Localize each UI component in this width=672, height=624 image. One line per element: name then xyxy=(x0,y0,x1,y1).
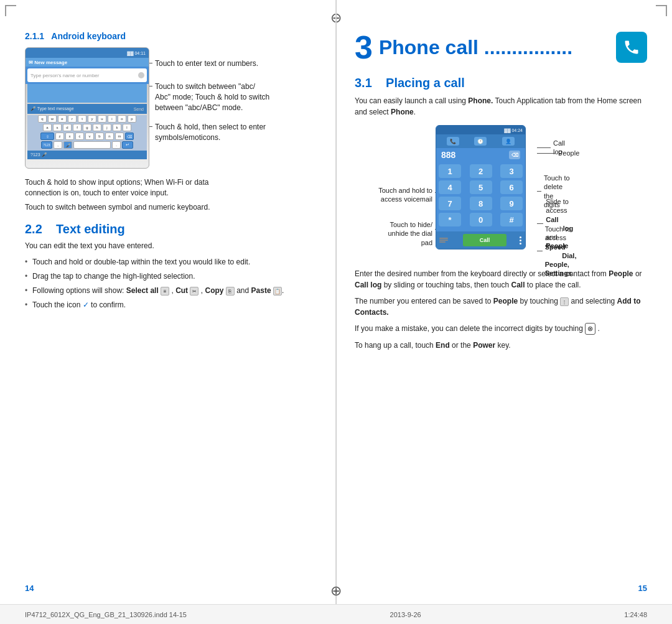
kbd-key-b[interactable]: b xyxy=(95,133,104,140)
label-hide-dial: Touch to hide/unhide the dialpad xyxy=(388,220,432,247)
kbd-key-w[interactable]: w xyxy=(48,115,57,123)
dialer-keyboard-icon xyxy=(439,237,451,243)
section-22-bullets: Touch and hold or double-tap within the … xyxy=(25,256,317,310)
kbd-key-mic[interactable]: 🎤 xyxy=(63,141,72,149)
crosshair-bottom-icon: ⊕ xyxy=(330,583,342,599)
chapter-header: 3 Phone call ................ xyxy=(355,31,647,63)
kbd-key-o[interactable]: o xyxy=(118,115,126,123)
section-211-number: 2.1.1 xyxy=(25,31,44,41)
dialer-tab-phone[interactable]: 📞 xyxy=(447,137,459,146)
section-31-intro: You can easily launch a call using Phone… xyxy=(355,95,647,118)
body-text-1: Enter the desired number from the keyboa… xyxy=(355,268,647,291)
kbd-key-p[interactable]: p xyxy=(128,115,136,123)
kbd-key-m[interactable]: m xyxy=(115,133,124,140)
body-text-2: The number you entered can be saved to P… xyxy=(355,296,647,318)
dialer-mockup: ▓▓ 04:24 📞 🕐 👤 888 ⌫ xyxy=(436,125,526,249)
kbd-key-y[interactable]: y xyxy=(88,115,96,123)
kbd-key-t[interactable]: t xyxy=(78,115,86,123)
dialer-number: 888 xyxy=(441,150,455,160)
kbd-key-c[interactable]: c xyxy=(75,133,84,140)
footer-filename: IP4712_6012X_QG_Eng_GB_21_130926.indd 14… xyxy=(25,611,187,618)
callout-symbols-label: Touch & hold, then select to entersymbol… xyxy=(155,122,266,143)
section-22-intro: You can edit the text you have entered. xyxy=(25,241,317,250)
kbd-key-j[interactable]: j xyxy=(103,124,111,131)
section-22-heading: 2.2 Text editing xyxy=(25,222,317,236)
dialer-key-5[interactable]: 5 xyxy=(470,180,492,194)
kbd-key-period[interactable]: . xyxy=(112,141,121,149)
page-number-right: 15 xyxy=(638,584,647,593)
kbd-key-enter[interactable]: ↵ xyxy=(122,141,133,149)
kbd-key-i[interactable]: i xyxy=(108,115,116,123)
dialer-tab-clock[interactable]: 🕐 xyxy=(474,137,487,146)
kbd-key-space[interactable] xyxy=(73,141,111,149)
kbd-key-a[interactable]: a xyxy=(43,124,52,131)
kbd-key-r[interactable]: r xyxy=(68,115,77,123)
dialer-number-display: 888 ⌫ xyxy=(436,148,525,162)
bullet-3: Following options will show: Select all … xyxy=(25,285,317,296)
delete-digits-icon: ⊗ xyxy=(585,323,595,335)
section-31-title: Placing a call xyxy=(386,76,465,90)
kbd-key-g[interactable]: g xyxy=(83,124,91,131)
keyboard-callouts: Touch to enter text or numbers. Touch to… xyxy=(149,47,317,174)
dialer-key-0[interactable]: 0 xyxy=(470,213,492,226)
section-22: 2.2 Text editing You can edit the text y… xyxy=(25,222,317,310)
kbd-status-bar: ▓▓ 04:11 xyxy=(26,48,149,58)
dialer-key-hash[interactable]: # xyxy=(500,213,523,226)
kbd-key-k[interactable]: k xyxy=(113,124,121,131)
kbd-key-f[interactable]: f xyxy=(73,124,82,131)
switch-note: Touch to switch between symbol and numer… xyxy=(25,202,317,213)
dialer-key-1[interactable]: 1 xyxy=(439,164,461,178)
kbd-key-u[interactable]: u xyxy=(98,115,106,123)
kbd-key-v[interactable]: v xyxy=(85,133,94,140)
chapter-icon xyxy=(616,32,647,63)
kbd-key-e[interactable]: e xyxy=(58,115,67,123)
kbd-key-shift[interactable]: ⇧ xyxy=(40,133,54,140)
dialer-key-star[interactable]: * xyxy=(439,213,461,226)
dialer-key-4[interactable]: 4 xyxy=(439,180,461,194)
section-31-heading: 3.1 Placing a call xyxy=(355,76,647,90)
callout-switch-abc-label: Touch to switch between "abc/Abc" mode; … xyxy=(155,81,269,113)
kbd-key-l[interactable]: l xyxy=(123,124,131,131)
dialer-key-8[interactable]: 8 xyxy=(470,197,492,210)
dialer-key-3[interactable]: 3 xyxy=(500,164,523,178)
dialer-row-2: 4 5 6 xyxy=(439,180,523,194)
dialer-more-icon[interactable] xyxy=(518,235,523,246)
dialer-tabs: 📞 🕐 👤 xyxy=(436,134,525,148)
more-icon: ⋮ xyxy=(560,297,569,306)
page-num-14: 14 xyxy=(25,584,34,593)
label-speed-dial: Touch to access Speed Dial, People, Sett… xyxy=(537,225,584,278)
chapter-title: Phone call ................ xyxy=(379,36,616,59)
dialer-tab-people[interactable]: 👤 xyxy=(502,137,515,146)
voice-note: Touch & hold to show input options; When… xyxy=(25,177,317,198)
dialer-key-2[interactable]: 2 xyxy=(470,164,492,178)
dialer-key-6[interactable]: 6 xyxy=(500,180,523,194)
section-22-number: 2.2 xyxy=(25,222,42,236)
dialer-call-button[interactable]: Call xyxy=(463,234,506,246)
checkmark-icon: ✓ xyxy=(83,299,89,310)
section-22-title: Text editing xyxy=(56,222,125,236)
dialer-device: ▓▓ 04:24 📞 🕐 👤 888 ⌫ xyxy=(436,125,526,249)
section-211-title: Android keyboard xyxy=(51,31,126,41)
kbd-key-x[interactable]: x xyxy=(65,133,74,140)
kbd-key-n[interactable]: n xyxy=(105,133,114,140)
kbd-key-s[interactable]: s xyxy=(53,124,62,131)
callout-enter-text: Touch to enter text or numbers. xyxy=(149,58,258,69)
kbd-key-backspace[interactable]: ⌫ xyxy=(125,133,134,140)
bullet-2: Drag the tap to change the high-lighted … xyxy=(25,271,317,282)
body-text-3: If you make a mistake, you can delete th… xyxy=(355,323,647,335)
paste-icon: 📋 xyxy=(273,287,282,296)
kbd-key-123[interactable]: ?123 xyxy=(41,141,52,149)
kbd-key-d[interactable]: d xyxy=(63,124,72,131)
copy-icon: ⎘ xyxy=(226,287,235,296)
label-voicemail: Touch and hold toaccess voicemail xyxy=(378,186,432,204)
kbd-key-q[interactable]: q xyxy=(38,115,47,123)
kbd-key-h[interactable]: h xyxy=(93,124,101,131)
kbd-rows: q w e r t y u i o p a xyxy=(27,115,147,151)
section-211-heading: 2.1.1 Android keyboard xyxy=(25,31,317,41)
dialer-key-9[interactable]: 9 xyxy=(500,197,523,210)
kbd-key-comma[interactable]: , xyxy=(54,141,62,149)
kbd-key-z[interactable]: z xyxy=(55,133,64,140)
dialer-delete-button[interactable]: ⌫ xyxy=(509,151,520,159)
callout-enter-text-label: Touch to enter text or numbers. xyxy=(155,58,258,69)
dialer-key-7[interactable]: 7 xyxy=(439,197,461,210)
